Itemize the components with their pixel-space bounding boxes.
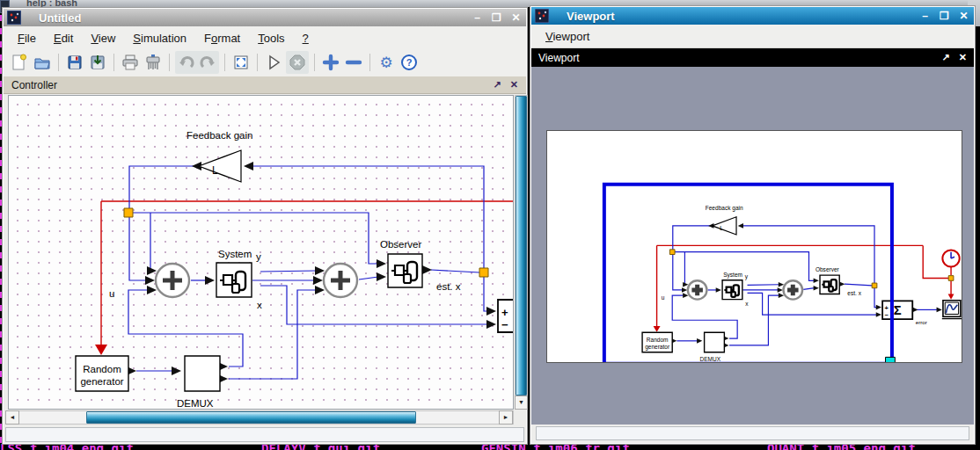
stop-group: [286, 51, 309, 74]
viewport-window: Viewport – ❒ ✕ Viewport Viewport ↗ ✕: [530, 5, 976, 445]
shred-icon[interactable]: [143, 52, 164, 73]
arrow-right-icon: ►: [503, 414, 509, 420]
scicos-statusbar: [5, 427, 524, 442]
menu-view[interactable]: View: [84, 29, 122, 47]
viewport-panel-header[interactable]: Viewport ↗ ✕: [531, 48, 974, 67]
fit-to-screen-icon[interactable]: [230, 52, 252, 73]
menu-simulation[interactable]: Simulation: [126, 29, 194, 47]
vertical-scrollbar-thumb[interactable]: [516, 96, 527, 396]
menu-tools[interactable]: Tools: [251, 29, 291, 47]
viewport-app-icon: [535, 9, 549, 23]
undock-icon[interactable]: ↗: [942, 52, 950, 63]
scicos-titlebar[interactable]: Untitled – ❒ ✕: [4, 9, 526, 26]
viewport-resize-handle[interactable]: [886, 357, 896, 362]
diagram-canvas[interactable]: [8, 95, 514, 410]
window-title: Viewport: [567, 10, 615, 23]
viewport-mini-canvas[interactable]: [546, 130, 962, 363]
viewport-statusbar: [536, 426, 969, 440]
menu-format[interactable]: Format: [197, 29, 247, 47]
minimize-button[interactable]: –: [471, 11, 484, 24]
controller-panel-header[interactable]: Controller ↗ ✕: [4, 76, 526, 94]
scicos-menubar: File Edit View Simulation Format Tools ?: [4, 26, 526, 50]
scroll-right-button[interactable]: ►: [499, 410, 513, 425]
arrow-down-icon: ▼: [518, 399, 524, 405]
panel-close-icon[interactable]: ✕: [510, 79, 518, 91]
close-button[interactable]: ✕: [509, 11, 523, 24]
panel-close-icon[interactable]: ✕: [959, 52, 967, 63]
minimize-button[interactable]: –: [918, 10, 932, 22]
zoom-out-icon[interactable]: [343, 52, 364, 73]
new-document-icon[interactable]: [9, 52, 30, 73]
main-diagram-svg[interactable]: [9, 96, 513, 409]
maximize-button[interactable]: ❒: [938, 10, 951, 22]
menu-edit[interactable]: Edit: [47, 29, 80, 47]
scicos-editor-window: Untitled – ❒ ✕ File Edit View Simulation…: [2, 7, 528, 445]
window-title: Untitled: [39, 11, 81, 25]
scicos-toolbar: ⚙ ?: [4, 49, 526, 76]
arrow-left-icon: ◄: [10, 414, 16, 420]
terminal-title: help : bash: [26, 0, 77, 7]
horizontal-scrollbar-thumb[interactable]: [86, 411, 416, 424]
export-icon[interactable]: [87, 52, 108, 73]
undo-redo-group: [175, 51, 219, 74]
settings-gear-icon[interactable]: ⚙: [376, 52, 397, 73]
scicos-app-icon: [7, 11, 21, 25]
help-icon[interactable]: ?: [399, 52, 420, 73]
viewport-panel-title: Viewport: [538, 52, 579, 64]
scroll-down-button[interactable]: ▼: [515, 396, 528, 410]
redo-icon[interactable]: [197, 52, 218, 73]
print-icon[interactable]: [120, 52, 141, 73]
viewport-titlebar[interactable]: Viewport – ❒ ✕: [531, 7, 974, 25]
controller-panel-title: Controller: [11, 79, 57, 91]
undo-icon[interactable]: [176, 52, 197, 73]
stop-icon[interactable]: [287, 52, 308, 73]
maximize-button[interactable]: ❒: [490, 11, 503, 24]
scroll-left-button[interactable]: ◄: [5, 410, 19, 425]
menu-help[interactable]: ?: [296, 29, 316, 47]
svg-text:?: ?: [406, 57, 413, 68]
viewport-background: [531, 67, 974, 425]
run-icon[interactable]: [263, 52, 284, 73]
undock-icon[interactable]: ↗: [494, 79, 501, 91]
viewport-menubar: Viewport: [531, 25, 974, 48]
save-icon[interactable]: [64, 52, 85, 73]
mini-diagram-svg[interactable]: [547, 131, 962, 362]
open-icon[interactable]: [32, 52, 53, 73]
close-button[interactable]: ✕: [957, 10, 970, 22]
zoom-in-icon[interactable]: [320, 52, 341, 73]
menu-file[interactable]: File: [11, 29, 43, 47]
menu-viewport[interactable]: Viewport: [538, 27, 596, 46]
